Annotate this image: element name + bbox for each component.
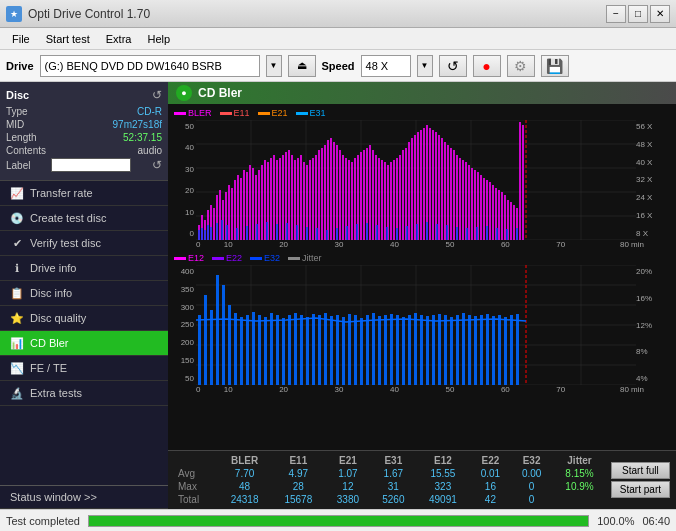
svg-rect-34 [261, 165, 263, 240]
max-label: Max [174, 480, 218, 493]
sidebar-item-disc-info[interactable]: 📋 Disc info [0, 281, 168, 306]
svg-rect-137 [306, 227, 308, 240]
sidebar-item-drive-info[interactable]: ℹ Drive info [0, 256, 168, 281]
maximize-button[interactable]: □ [628, 5, 648, 23]
close-button[interactable]: ✕ [650, 5, 670, 23]
menu-help[interactable]: Help [139, 31, 178, 47]
drive-select[interactable]: (G:) BENQ DVD DD DW1640 BSRB [40, 55, 260, 77]
sidebar-label-transfer-rate: Transfer rate [30, 187, 93, 199]
svg-rect-41 [282, 155, 284, 240]
save-button[interactable]: 💾 [541, 55, 569, 77]
start-part-button[interactable]: Start part [611, 481, 670, 498]
menu-file[interactable]: File [4, 31, 38, 47]
svg-rect-200 [360, 318, 363, 385]
sidebar-item-verify-test-disc[interactable]: ✔ Verify test disc [0, 231, 168, 256]
y-label-50: 50 [168, 122, 196, 131]
avg-bler: 7.70 [218, 467, 272, 480]
minimize-button[interactable]: − [606, 5, 626, 23]
legend-e12: E12 [174, 253, 204, 263]
disc-refresh-icon[interactable]: ↺ [152, 88, 162, 102]
svg-rect-182 [252, 312, 255, 385]
svg-rect-156 [496, 228, 498, 240]
drive-dropdown-arrow[interactable]: ▼ [266, 55, 282, 77]
svg-rect-27 [240, 178, 242, 240]
max-e31: 31 [371, 480, 416, 493]
max-jitter: 10.9% [552, 480, 607, 493]
svg-rect-57 [330, 138, 332, 240]
col-header-empty [174, 454, 218, 467]
svg-rect-201 [366, 315, 369, 385]
svg-rect-130 [236, 228, 238, 240]
menu-start-test[interactable]: Start test [38, 31, 98, 47]
svg-rect-205 [390, 314, 393, 385]
svg-rect-144 [376, 225, 378, 240]
svg-rect-185 [270, 313, 273, 385]
svg-rect-73 [378, 158, 380, 240]
svg-rect-56 [327, 140, 329, 240]
e32-color [250, 257, 262, 260]
e31-label: E31 [310, 108, 326, 118]
svg-rect-199 [354, 315, 357, 385]
stats-area: BLER E11 E21 E31 E12 E22 E32 Jitter Avg [168, 450, 676, 509]
top-right-y3: 40 X [636, 158, 668, 167]
sidebar-item-disc-quality[interactable]: ⭐ Disc quality [0, 306, 168, 331]
svg-rect-206 [396, 315, 399, 385]
svg-rect-111 [492, 185, 494, 240]
label-input[interactable] [51, 158, 131, 172]
svg-rect-187 [282, 318, 285, 385]
progress-bar-fill [89, 516, 588, 526]
speed-dropdown-arrow[interactable]: ▼ [417, 55, 433, 77]
speed-select[interactable]: 48 X [361, 55, 411, 77]
svg-rect-191 [306, 317, 309, 385]
fe-te-icon: 📉 [10, 361, 24, 375]
svg-rect-64 [351, 162, 353, 240]
max-e32: 0 [511, 480, 552, 493]
top-x-axis: 0 10 20 30 40 50 60 70 80 min [168, 240, 676, 249]
e21-label: E21 [272, 108, 288, 118]
sidebar-item-cd-bler[interactable]: 📊 CD Bler [0, 331, 168, 356]
sidebar-item-transfer-rate[interactable]: 📈 Transfer rate [0, 181, 168, 206]
e21-color [258, 112, 270, 115]
label-refresh-icon[interactable]: ↺ [152, 158, 162, 172]
svg-rect-150 [436, 224, 438, 240]
svg-rect-113 [498, 190, 500, 240]
svg-rect-145 [386, 227, 388, 240]
legend-e21: E21 [258, 108, 288, 118]
svg-rect-143 [366, 223, 368, 240]
sidebar-item-create-test-disc[interactable]: 💿 Create test disc [0, 206, 168, 231]
menu-extra[interactable]: Extra [98, 31, 140, 47]
svg-rect-220 [480, 315, 483, 385]
svg-rect-79 [396, 158, 398, 240]
svg-rect-101 [462, 160, 464, 240]
refresh-button[interactable]: ↺ [439, 55, 467, 77]
table-row-total: Total 24318 15678 3380 5260 49091 42 0 [174, 493, 607, 506]
disc-quality-icon: ⭐ [10, 311, 24, 325]
sidebar-item-extra-tests[interactable]: 🔬 Extra tests [0, 381, 168, 406]
svg-rect-93 [438, 135, 440, 240]
svg-rect-139 [326, 230, 328, 240]
top-right-y-axis: 56 X 48 X 40 X 32 X 24 X 16 X 8 X [636, 120, 668, 240]
svg-rect-84 [411, 138, 413, 240]
svg-rect-58 [333, 142, 335, 240]
sidebar-label-extra-tests: Extra tests [30, 387, 82, 399]
settings-button[interactable]: ⚙ [507, 55, 535, 77]
progress-label: 100.0% [597, 515, 634, 527]
menu-bar: File Start test Extra Help [0, 28, 676, 50]
erase-button[interactable]: ● [473, 55, 501, 77]
svg-rect-52 [315, 155, 317, 240]
start-full-button[interactable]: Start full [611, 462, 670, 479]
drive-bar: Drive (G:) BENQ DVD DD DW1640 BSRB ▼ ⏏ S… [0, 50, 676, 82]
svg-rect-80 [399, 155, 401, 240]
svg-rect-183 [258, 315, 261, 385]
sidebar-status-window[interactable]: Status window >> [0, 485, 168, 509]
svg-rect-223 [498, 315, 501, 385]
svg-rect-135 [286, 223, 288, 240]
svg-rect-60 [339, 150, 341, 240]
table-row-avg: Avg 7.70 4.97 1.07 1.67 15.55 0.01 0.00 … [174, 467, 607, 480]
svg-rect-180 [240, 317, 243, 385]
svg-rect-24 [231, 188, 233, 240]
sidebar-item-fe-te[interactable]: 📉 FE / TE [0, 356, 168, 381]
svg-rect-177 [222, 285, 225, 385]
eject-button[interactable]: ⏏ [288, 55, 316, 77]
svg-rect-157 [506, 229, 508, 240]
